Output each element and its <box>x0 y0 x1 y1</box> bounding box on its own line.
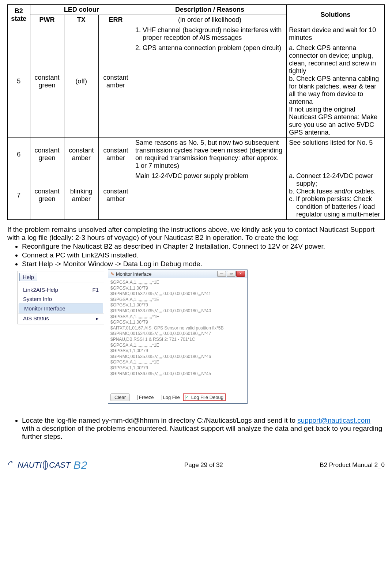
bullet-3: Start Help -> Monitor Window -> Data Log… <box>22 260 385 268</box>
err-6: constant amber <box>98 138 133 171</box>
logfile-debug-checkbox[interactable]: Log File Debug <box>183 393 226 401</box>
monitor-interface-screenshot: ✎Monitor Interface — ▭ ✕ $GPGSA,A,1,,,,,… <box>108 270 248 404</box>
support-email-link[interactable]: support@nauticast.com <box>297 416 370 424</box>
th-tx: TX <box>64 15 98 25</box>
err-7: constant amber <box>98 171 133 220</box>
bullet-2: Connect a PC with Link2AIS installed. <box>22 251 385 259</box>
log-line: $GPGSA,A,1,,,,,,,,,,,,,*1E <box>110 343 245 348</box>
th-solutions: Solutions <box>287 5 385 25</box>
sol-5-1: Restart device and wait for 10 minutes <box>287 25 385 43</box>
final-instruction-list: Locate the log-file named yy-mm-dd@hhmm … <box>7 416 385 441</box>
log-line: $GPGSV,1,1,00*79 <box>110 320 245 325</box>
menu-system-info[interactable]: System Info <box>18 294 104 304</box>
instruction-list: Reconfigure the Nauticast B2 as describe… <box>7 242 385 268</box>
th-b2state: B2 state <box>8 5 30 25</box>
maximize-button[interactable]: ▭ <box>227 271 235 277</box>
sol-6: See solutions listed for No. 5 <box>287 138 385 171</box>
logo-divider-icon <box>42 460 49 470</box>
err-5: constant amber <box>98 25 133 138</box>
minimize-button[interactable]: — <box>217 271 226 277</box>
pwr-6: constant green <box>30 138 64 171</box>
logfile-checkbox[interactable]: Log File <box>157 395 180 400</box>
page-number: Page 29 of 32 <box>184 461 223 469</box>
monitor-log-area: $GPGSA,A,1,,,,,,,,,,,,,*1E$GPGSV,1,1,00*… <box>108 278 247 391</box>
monitor-titlebar: ✎Monitor Interface — ▭ ✕ <box>108 270 247 278</box>
log-line: $GPGSV,1,1,00*79 <box>110 286 245 291</box>
menu-ais-status[interactable]: AIS Status ▸ <box>18 313 104 323</box>
th-desc-sub: (in order of likelihood) <box>133 15 287 25</box>
state-6: 6 <box>8 138 30 171</box>
log-line: $GPGSV,1,1,00*79 <box>110 365 245 371</box>
tx-5: (off) <box>64 25 98 138</box>
menu-monitor-interface[interactable]: Monitor Interface <box>19 304 103 313</box>
sol-7: a. Connect 12-24VDC power supply; b. Che… <box>287 171 385 220</box>
sol-5-2: a. Check GPS antenna connector on device… <box>287 43 385 138</box>
screenshot-area: Help Link2AIS-Help F1 System Info Monito… <box>7 270 385 416</box>
log-line: $GPGSV,1,1,00*79 <box>110 302 245 308</box>
pwr-7: constant green <box>30 171 64 220</box>
th-ledcolour: LED colour <box>30 5 133 15</box>
th-pwr: PWR <box>30 15 64 25</box>
state-5: 5 <box>8 25 30 138</box>
final-bullet: Locate the log-file named yy-mm-dd@hhmm … <box>22 416 385 441</box>
desc-6: Same reasons as No. 5, but now two subse… <box>133 138 287 171</box>
log-line: $GPRMC,001532.035,V,,,,,0.00,0.00,060180… <box>110 291 245 297</box>
tx-6: constant amber <box>64 138 98 171</box>
svg-text:N: N <box>11 461 13 463</box>
log-line: $GPGSA,A,1,,,,,,,,,,,,,*1E <box>110 280 245 286</box>
log-line: $GPGSV,1,1,00*79 <box>110 348 245 354</box>
log-line: $GPGSA,A,1,,,,,,,,,,,,,*1E <box>110 314 245 320</box>
log-line: $GPGSA,A,1,,,,,,,,,,,,,*1E <box>110 359 245 365</box>
desc-5-1: 1. VHF channel (background) noise interf… <box>133 25 287 43</box>
tx-7: blinking amber <box>64 171 98 220</box>
clear-button[interactable]: Clear <box>110 393 130 401</box>
menu-link2ais-help[interactable]: Link2AIS-Help F1 <box>18 285 104 294</box>
help-button[interactable]: Help <box>19 273 37 281</box>
log-line: $AITXT,01,01,67,AIS: GPS Sensor no valid… <box>110 325 245 331</box>
led-table: B2 state LED colour Description / Reason… <box>7 4 385 220</box>
doc-title: B2 Product Manual 2_0 <box>320 461 385 469</box>
state-7: 7 <box>8 171 30 220</box>
intro-paragraph: If the problem remains unsolved after co… <box>7 226 385 242</box>
nauticast-logo: N NAUTI CAST B2 <box>7 459 87 471</box>
help-menu-screenshot: Help Link2AIS-Help F1 System Info Monito… <box>18 271 104 324</box>
monitor-icon: ✎ <box>110 271 114 277</box>
compass-icon: N <box>7 460 17 470</box>
th-err: ERR <box>98 15 133 25</box>
bullet-1: Reconfigure the Nauticast B2 as describe… <box>22 242 385 250</box>
log-line: $GPRMC,001533.035,V,,,,,0.00,0.00,060180… <box>110 308 245 314</box>
th-desc: Description / Reasons <box>133 5 287 15</box>
desc-7: Main 12-24VDC power supply problem <box>133 171 287 220</box>
pwr-5: constant green <box>30 25 64 138</box>
close-button[interactable]: ✕ <box>236 271 245 277</box>
log-line: $GPRMC,001536.035,V,,,,,0.00,0.00,060180… <box>110 371 245 377</box>
desc-5-2: 2. GPS antenna connection problem (open … <box>133 43 287 138</box>
log-line: $GPGSA,A,1,,,,,,,,,,,,,*1E <box>110 297 245 303</box>
log-line: $GPRMC,001534.035,V,,,,,0.00,0.00,060180… <box>110 331 245 337</box>
log-line: $GPRMC,001535.035,V,,,,,0.00,0.00,060180… <box>110 354 245 360</box>
page-footer: N NAUTI CAST B2 Page 29 of 32 B2 Product… <box>7 459 385 471</box>
monitor-footer: Clear Freeze Log File Log File Debug <box>108 391 247 403</box>
freeze-checkbox[interactable]: Freeze <box>133 395 154 400</box>
log-line: $PNAU,DB,RSSI 1 & RSSI 2: 721 - 701*1C <box>110 337 245 343</box>
